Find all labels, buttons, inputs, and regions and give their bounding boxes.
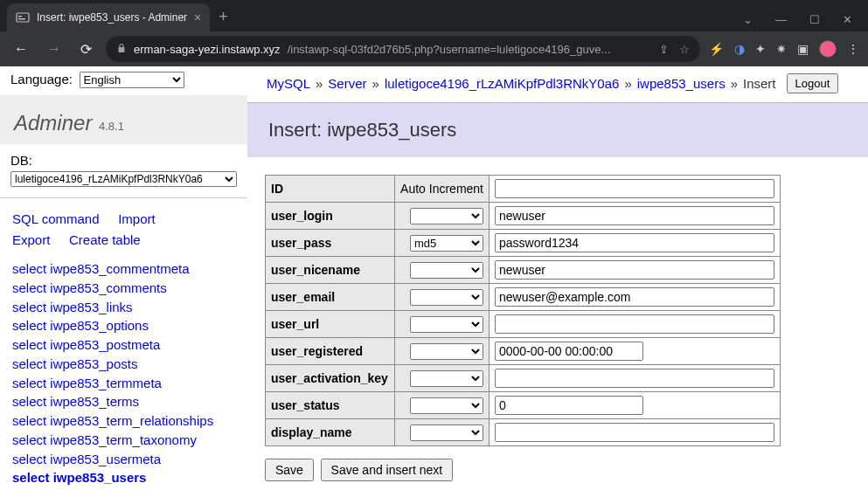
select-prefix: select xyxy=(12,318,50,333)
star-icon[interactable]: ☆ xyxy=(679,43,690,56)
table-name: iwpe853_postmeta xyxy=(50,337,160,352)
value-input[interactable] xyxy=(495,179,774,198)
extensions-menu-icon[interactable]: ✷ xyxy=(776,42,787,56)
crumb-server[interactable]: Server xyxy=(328,76,366,91)
table-link[interactable]: select iwpe853_users xyxy=(12,468,235,487)
field-value-cell xyxy=(490,311,781,338)
field-name-header: ID xyxy=(266,176,395,203)
field-value-cell xyxy=(490,203,781,230)
crumb-db[interactable]: luletigoce4196_rLzAMiKpfPdl3RNkY0a6 xyxy=(385,76,620,91)
select-prefix: select xyxy=(12,432,50,447)
share-icon[interactable]: ⇪ xyxy=(659,43,669,56)
function-select[interactable] xyxy=(410,208,483,224)
function-select[interactable] xyxy=(410,262,483,279)
extension-icon[interactable]: ⚡ xyxy=(709,42,724,56)
link-export[interactable]: Export xyxy=(12,232,50,247)
table-link[interactable]: select iwpe853_usermeta xyxy=(12,450,235,469)
new-tab-button[interactable]: + xyxy=(210,3,237,31)
field-name-header: display_name xyxy=(266,419,395,446)
panel-icon[interactable]: ▣ xyxy=(797,42,809,56)
function-select[interactable] xyxy=(410,397,483,414)
maximize-icon[interactable]: ☐ xyxy=(809,13,820,26)
field-row: IDAuto Increment xyxy=(266,176,781,203)
function-select[interactable] xyxy=(410,316,483,333)
crumb-table[interactable]: iwpe853_users xyxy=(637,76,726,91)
svg-rect-3 xyxy=(119,47,125,52)
value-input[interactable] xyxy=(495,206,774,225)
value-input[interactable] xyxy=(495,342,643,361)
value-input[interactable] xyxy=(495,314,774,334)
forward-icon[interactable]: → xyxy=(42,38,66,60)
function-select[interactable] xyxy=(410,289,483,306)
sidebar-links: SQL command Import Export Create table xyxy=(0,198,247,256)
link-sql-command[interactable]: SQL command xyxy=(12,211,100,226)
browser-tabbar: Insert: iwpe853_users - Adminer × + ⌄ — … xyxy=(0,0,868,31)
value-input[interactable] xyxy=(495,287,774,307)
field-row: user_nicename xyxy=(266,257,781,284)
chevron-down-icon[interactable]: ⌄ xyxy=(743,13,753,26)
brand-version: 4.8.1 xyxy=(99,120,124,133)
close-icon[interactable]: × xyxy=(194,10,201,24)
function-select[interactable] xyxy=(410,343,483,360)
avatar[interactable] xyxy=(819,40,837,58)
function-select[interactable]: md5 xyxy=(410,235,483,252)
url-path: /instawp-sql-03fd2d76b5.php?username=lul… xyxy=(288,43,611,56)
save-button[interactable] xyxy=(265,459,314,481)
separator-icon: » xyxy=(316,76,323,91)
select-prefix: select xyxy=(12,280,50,295)
separator-icon: » xyxy=(624,76,631,91)
select-prefix: select xyxy=(12,300,50,314)
field-value-cell xyxy=(490,257,781,284)
extension-icons: ⚡ ◑ ✦ ✷ ▣ ⋮ xyxy=(709,40,859,58)
back-icon[interactable]: ← xyxy=(9,38,33,60)
table-link[interactable]: select iwpe853_options xyxy=(12,316,235,335)
table-link[interactable]: select iwpe853_term_taxonomy xyxy=(12,431,235,450)
extension-icon[interactable]: ◑ xyxy=(734,42,745,56)
field-function-cell xyxy=(395,392,490,419)
link-import[interactable]: Import xyxy=(118,211,156,226)
value-input[interactable] xyxy=(495,396,643,415)
value-input[interactable] xyxy=(495,423,774,442)
auto-increment-label: Auto Increment xyxy=(400,182,483,196)
value-input[interactable] xyxy=(495,369,774,388)
table-link[interactable]: select iwpe853_comments xyxy=(12,279,235,298)
logout-button[interactable]: Logout xyxy=(787,73,839,93)
select-prefix: select xyxy=(12,470,53,485)
table-link[interactable]: select iwpe853_commentmeta xyxy=(12,259,235,279)
close-window-icon[interactable]: ✕ xyxy=(843,13,852,26)
minimize-icon[interactable]: — xyxy=(775,13,787,26)
crumb-engine[interactable]: MySQL xyxy=(267,76,310,91)
field-value-cell xyxy=(490,230,781,257)
db-select[interactable]: luletigoce4196_rLzAMiKpfPdl3RNkY0a6 xyxy=(10,171,237,187)
extension-icon[interactable]: ✦ xyxy=(755,42,766,56)
function-select[interactable] xyxy=(410,425,483,441)
browser-tab[interactable]: Insert: iwpe853_users - Adminer × xyxy=(7,3,210,31)
table-link[interactable]: select iwpe853_term_relationships xyxy=(12,411,235,431)
language-select[interactable]: English xyxy=(80,72,184,88)
table-link[interactable]: select iwpe853_posts xyxy=(12,355,235,374)
field-function-cell xyxy=(395,311,490,338)
table-name: iwpe853_posts xyxy=(50,356,137,371)
window-controls: ⌄ — ☐ ✕ xyxy=(727,13,868,31)
value-input[interactable] xyxy=(495,260,774,280)
table-name: iwpe853_comments xyxy=(50,280,166,295)
field-value-cell xyxy=(490,365,781,392)
table-link[interactable]: select iwpe853_postmeta xyxy=(12,335,235,355)
table-list: select iwpe853_commentmetaselect iwpe853… xyxy=(0,256,247,491)
main-content: MySQL » Server » luletigoce4196_rLzAMiKp… xyxy=(247,66,868,504)
svg-rect-1 xyxy=(18,16,22,17)
reload-icon[interactable]: ⟳ xyxy=(75,38,97,61)
link-create-table[interactable]: Create table xyxy=(69,232,141,247)
value-input[interactable] xyxy=(495,233,774,252)
table-link[interactable]: select iwpe853_links xyxy=(12,298,235,317)
table-link[interactable]: select iwpe853_terms xyxy=(12,392,235,411)
field-value-cell xyxy=(490,392,781,419)
address-bar[interactable]: erman-saga-yezi.instawp.xyz/instawp-sql-… xyxy=(106,36,700,62)
table-link[interactable]: select iwpe853_termmeta xyxy=(12,374,235,393)
save-and-insert-next-button[interactable] xyxy=(321,459,454,481)
function-select[interactable] xyxy=(410,370,483,387)
menu-icon[interactable]: ⋮ xyxy=(847,42,859,56)
sidebar: Language: English Adminer 4.8.1 DB: lule… xyxy=(0,66,247,504)
field-row: user_passmd5 xyxy=(266,230,781,257)
field-row: user_activation_key xyxy=(266,365,781,392)
